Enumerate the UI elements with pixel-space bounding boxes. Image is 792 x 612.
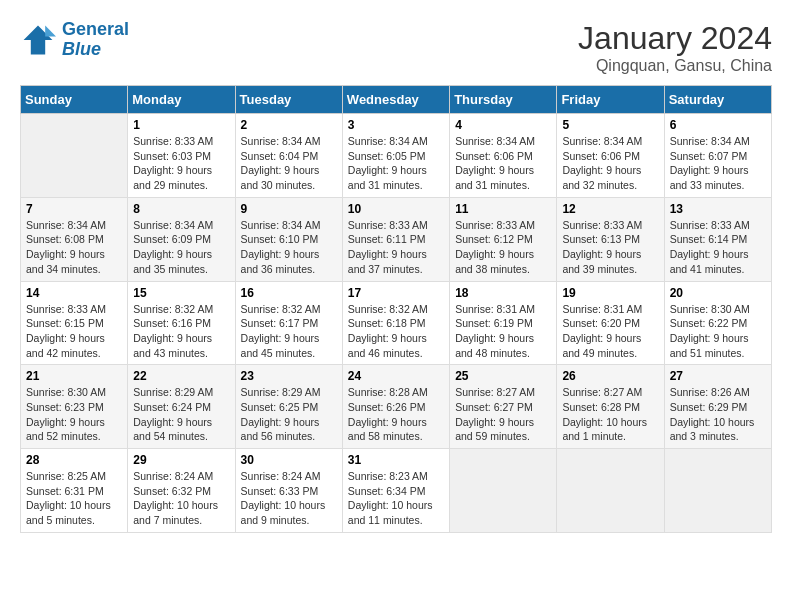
calendar-cell: 22Sunrise: 8:29 AM Sunset: 6:24 PM Dayli… bbox=[128, 365, 235, 449]
logo-icon bbox=[20, 22, 56, 58]
calendar-week-row: 28Sunrise: 8:25 AM Sunset: 6:31 PM Dayli… bbox=[21, 449, 772, 533]
calendar-cell: 7Sunrise: 8:34 AM Sunset: 6:08 PM Daylig… bbox=[21, 197, 128, 281]
day-number: 14 bbox=[26, 286, 122, 300]
weekday-header-row: SundayMondayTuesdayWednesdayThursdayFrid… bbox=[21, 86, 772, 114]
calendar-cell bbox=[450, 449, 557, 533]
calendar-cell: 19Sunrise: 8:31 AM Sunset: 6:20 PM Dayli… bbox=[557, 281, 664, 365]
day-info: Sunrise: 8:26 AM Sunset: 6:29 PM Dayligh… bbox=[670, 385, 766, 444]
calendar-cell: 26Sunrise: 8:27 AM Sunset: 6:28 PM Dayli… bbox=[557, 365, 664, 449]
day-number: 31 bbox=[348, 453, 444, 467]
weekday-header: Friday bbox=[557, 86, 664, 114]
day-info: Sunrise: 8:34 AM Sunset: 6:06 PM Dayligh… bbox=[562, 134, 658, 193]
calendar-cell: 12Sunrise: 8:33 AM Sunset: 6:13 PM Dayli… bbox=[557, 197, 664, 281]
day-number: 26 bbox=[562, 369, 658, 383]
calendar-cell: 28Sunrise: 8:25 AM Sunset: 6:31 PM Dayli… bbox=[21, 449, 128, 533]
weekday-header: Monday bbox=[128, 86, 235, 114]
day-info: Sunrise: 8:33 AM Sunset: 6:12 PM Dayligh… bbox=[455, 218, 551, 277]
calendar-cell: 6Sunrise: 8:34 AM Sunset: 6:07 PM Daylig… bbox=[664, 114, 771, 198]
day-info: Sunrise: 8:23 AM Sunset: 6:34 PM Dayligh… bbox=[348, 469, 444, 528]
day-info: Sunrise: 8:24 AM Sunset: 6:33 PM Dayligh… bbox=[241, 469, 337, 528]
weekday-header: Thursday bbox=[450, 86, 557, 114]
calendar-cell: 30Sunrise: 8:24 AM Sunset: 6:33 PM Dayli… bbox=[235, 449, 342, 533]
day-info: Sunrise: 8:34 AM Sunset: 6:08 PM Dayligh… bbox=[26, 218, 122, 277]
day-info: Sunrise: 8:30 AM Sunset: 6:23 PM Dayligh… bbox=[26, 385, 122, 444]
day-info: Sunrise: 8:27 AM Sunset: 6:28 PM Dayligh… bbox=[562, 385, 658, 444]
calendar-cell: 20Sunrise: 8:30 AM Sunset: 6:22 PM Dayli… bbox=[664, 281, 771, 365]
calendar-cell: 21Sunrise: 8:30 AM Sunset: 6:23 PM Dayli… bbox=[21, 365, 128, 449]
day-info: Sunrise: 8:30 AM Sunset: 6:22 PM Dayligh… bbox=[670, 302, 766, 361]
calendar-cell: 9Sunrise: 8:34 AM Sunset: 6:10 PM Daylig… bbox=[235, 197, 342, 281]
calendar-cell bbox=[21, 114, 128, 198]
day-info: Sunrise: 8:27 AM Sunset: 6:27 PM Dayligh… bbox=[455, 385, 551, 444]
day-info: Sunrise: 8:33 AM Sunset: 6:13 PM Dayligh… bbox=[562, 218, 658, 277]
day-number: 15 bbox=[133, 286, 229, 300]
day-info: Sunrise: 8:34 AM Sunset: 6:05 PM Dayligh… bbox=[348, 134, 444, 193]
calendar-cell: 31Sunrise: 8:23 AM Sunset: 6:34 PM Dayli… bbox=[342, 449, 449, 533]
logo-text: General Blue bbox=[62, 20, 129, 60]
calendar-cell: 17Sunrise: 8:32 AM Sunset: 6:18 PM Dayli… bbox=[342, 281, 449, 365]
day-number: 12 bbox=[562, 202, 658, 216]
day-number: 1 bbox=[133, 118, 229, 132]
calendar-cell: 10Sunrise: 8:33 AM Sunset: 6:11 PM Dayli… bbox=[342, 197, 449, 281]
day-info: Sunrise: 8:34 AM Sunset: 6:06 PM Dayligh… bbox=[455, 134, 551, 193]
logo: General Blue bbox=[20, 20, 129, 60]
day-number: 3 bbox=[348, 118, 444, 132]
day-number: 17 bbox=[348, 286, 444, 300]
weekday-header: Tuesday bbox=[235, 86, 342, 114]
day-number: 21 bbox=[26, 369, 122, 383]
calendar-cell: 27Sunrise: 8:26 AM Sunset: 6:29 PM Dayli… bbox=[664, 365, 771, 449]
calendar-cell: 15Sunrise: 8:32 AM Sunset: 6:16 PM Dayli… bbox=[128, 281, 235, 365]
day-info: Sunrise: 8:34 AM Sunset: 6:04 PM Dayligh… bbox=[241, 134, 337, 193]
day-info: Sunrise: 8:34 AM Sunset: 6:10 PM Dayligh… bbox=[241, 218, 337, 277]
day-number: 7 bbox=[26, 202, 122, 216]
subtitle: Qingquan, Gansu, China bbox=[578, 57, 772, 75]
day-info: Sunrise: 8:31 AM Sunset: 6:19 PM Dayligh… bbox=[455, 302, 551, 361]
day-info: Sunrise: 8:33 AM Sunset: 6:15 PM Dayligh… bbox=[26, 302, 122, 361]
day-info: Sunrise: 8:32 AM Sunset: 6:18 PM Dayligh… bbox=[348, 302, 444, 361]
calendar-cell: 18Sunrise: 8:31 AM Sunset: 6:19 PM Dayli… bbox=[450, 281, 557, 365]
calendar-cell: 23Sunrise: 8:29 AM Sunset: 6:25 PM Dayli… bbox=[235, 365, 342, 449]
day-number: 19 bbox=[562, 286, 658, 300]
day-info: Sunrise: 8:34 AM Sunset: 6:09 PM Dayligh… bbox=[133, 218, 229, 277]
day-info: Sunrise: 8:29 AM Sunset: 6:25 PM Dayligh… bbox=[241, 385, 337, 444]
calendar-cell: 25Sunrise: 8:27 AM Sunset: 6:27 PM Dayli… bbox=[450, 365, 557, 449]
svg-marker-1 bbox=[45, 25, 56, 36]
day-number: 9 bbox=[241, 202, 337, 216]
day-number: 24 bbox=[348, 369, 444, 383]
day-info: Sunrise: 8:24 AM Sunset: 6:32 PM Dayligh… bbox=[133, 469, 229, 528]
day-number: 27 bbox=[670, 369, 766, 383]
calendar-cell bbox=[557, 449, 664, 533]
calendar-week-row: 21Sunrise: 8:30 AM Sunset: 6:23 PM Dayli… bbox=[21, 365, 772, 449]
day-number: 29 bbox=[133, 453, 229, 467]
weekday-header: Saturday bbox=[664, 86, 771, 114]
calendar-cell: 1Sunrise: 8:33 AM Sunset: 6:03 PM Daylig… bbox=[128, 114, 235, 198]
day-info: Sunrise: 8:32 AM Sunset: 6:16 PM Dayligh… bbox=[133, 302, 229, 361]
weekday-header: Sunday bbox=[21, 86, 128, 114]
calendar-week-row: 1Sunrise: 8:33 AM Sunset: 6:03 PM Daylig… bbox=[21, 114, 772, 198]
day-info: Sunrise: 8:25 AM Sunset: 6:31 PM Dayligh… bbox=[26, 469, 122, 528]
day-info: Sunrise: 8:33 AM Sunset: 6:14 PM Dayligh… bbox=[670, 218, 766, 277]
day-number: 25 bbox=[455, 369, 551, 383]
logo-line2: Blue bbox=[62, 39, 101, 59]
day-number: 23 bbox=[241, 369, 337, 383]
calendar-cell: 29Sunrise: 8:24 AM Sunset: 6:32 PM Dayli… bbox=[128, 449, 235, 533]
calendar-cell: 4Sunrise: 8:34 AM Sunset: 6:06 PM Daylig… bbox=[450, 114, 557, 198]
day-number: 18 bbox=[455, 286, 551, 300]
page-header: General Blue January 2024 Qingquan, Gans… bbox=[20, 20, 772, 75]
day-number: 8 bbox=[133, 202, 229, 216]
day-number: 4 bbox=[455, 118, 551, 132]
calendar-cell: 24Sunrise: 8:28 AM Sunset: 6:26 PM Dayli… bbox=[342, 365, 449, 449]
calendar-cell: 2Sunrise: 8:34 AM Sunset: 6:04 PM Daylig… bbox=[235, 114, 342, 198]
day-number: 11 bbox=[455, 202, 551, 216]
logo-line1: General bbox=[62, 19, 129, 39]
day-info: Sunrise: 8:32 AM Sunset: 6:17 PM Dayligh… bbox=[241, 302, 337, 361]
day-info: Sunrise: 8:34 AM Sunset: 6:07 PM Dayligh… bbox=[670, 134, 766, 193]
day-number: 30 bbox=[241, 453, 337, 467]
day-number: 10 bbox=[348, 202, 444, 216]
title-block: January 2024 Qingquan, Gansu, China bbox=[578, 20, 772, 75]
day-info: Sunrise: 8:31 AM Sunset: 6:20 PM Dayligh… bbox=[562, 302, 658, 361]
calendar-cell: 5Sunrise: 8:34 AM Sunset: 6:06 PM Daylig… bbox=[557, 114, 664, 198]
day-info: Sunrise: 8:33 AM Sunset: 6:11 PM Dayligh… bbox=[348, 218, 444, 277]
day-number: 20 bbox=[670, 286, 766, 300]
calendar-week-row: 14Sunrise: 8:33 AM Sunset: 6:15 PM Dayli… bbox=[21, 281, 772, 365]
